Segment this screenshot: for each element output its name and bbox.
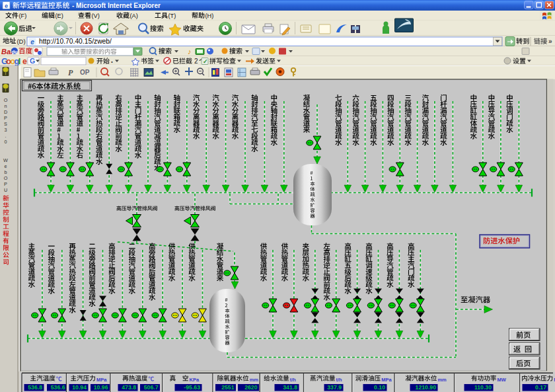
svg-text:e: e — [5, 3, 8, 9]
svg-text:10.96: 10.96 — [94, 384, 108, 391]
svg-text:U: U — [4, 187, 7, 193]
svg-text:e: e — [5, 163, 7, 169]
svg-text:»: » — [548, 38, 552, 45]
svg-text:W: W — [3, 157, 8, 163]
svg-text:2620: 2620 — [244, 384, 257, 391]
svg-text:- Microsoft Internet Explorer: - Microsoft Internet Explorer — [72, 2, 161, 9]
svg-text:(H): (H) — [205, 13, 214, 19]
svg-text:•: • — [111, 59, 113, 65]
svg-text:e: e — [22, 57, 27, 66]
svg-text:MPa: MPa — [96, 377, 107, 383]
svg-text:(F): (F) — [19, 13, 27, 19]
svg-text:(A): (A) — [130, 13, 138, 19]
svg-text:S: S — [4, 121, 7, 127]
svg-text:b: b — [5, 169, 7, 175]
svg-text:536.8: 536.8 — [28, 384, 42, 391]
svg-text:OP: OP — [80, 69, 90, 76]
svg-text:P: P — [4, 181, 7, 187]
svg-text:t/h: t/h — [290, 377, 297, 383]
svg-text:✓: ✓ — [203, 58, 208, 65]
svg-text:P: P — [4, 115, 7, 121]
svg-text:l: l — [18, 57, 20, 66]
svg-text:0.10: 0.10 — [374, 384, 385, 391]
svg-text:t/h: t/h — [336, 377, 343, 383]
svg-text:0.17: 0.17 — [535, 384, 546, 391]
svg-text:mm: mm — [250, 377, 259, 383]
svg-text:.: . — [5, 133, 7, 139]
svg-text:http://10.70.40.15/zweb/: http://10.70.40.15/zweb/ — [39, 38, 112, 45]
svg-text:-95.63: -95.63 — [184, 384, 200, 391]
svg-text:(D): (D) — [17, 38, 25, 45]
svg-text:2551: 2551 — [221, 384, 234, 391]
svg-text:du: du — [11, 49, 18, 55]
svg-text:341.8: 341.8 — [283, 384, 297, 391]
svg-text:MW: MW — [497, 377, 506, 383]
svg-text:10.94: 10.94 — [72, 384, 87, 391]
svg-text:536.6: 536.6 — [51, 384, 65, 391]
svg-text:110.30: 110.30 — [474, 384, 492, 391]
svg-text:G: G — [30, 57, 35, 65]
svg-text:O: O — [4, 97, 8, 103]
svg-text:KPa: KPa — [190, 377, 200, 383]
svg-text:(E): (E) — [56, 13, 63, 19]
svg-text:D: D — [4, 109, 7, 115]
svg-text:3: 3 — [5, 127, 7, 133]
svg-text:n: n — [5, 103, 7, 109]
svg-text:O: O — [4, 175, 8, 181]
svg-text:506.7: 506.7 — [144, 384, 159, 391]
svg-text:1210.90: 1210.90 — [416, 384, 437, 391]
svg-text:(T): (T) — [168, 13, 176, 19]
svg-text:337.9: 337.9 — [327, 384, 342, 391]
svg-text:2: 2 — [194, 58, 198, 65]
svg-text:P: P — [68, 68, 73, 77]
svg-text:473.8: 473.8 — [122, 384, 136, 391]
svg-text:mm: mm — [437, 377, 447, 383]
svg-text:♪: ♪ — [188, 48, 192, 56]
svg-text:(V): (V) — [92, 13, 100, 19]
svg-text:MPa: MPa — [381, 377, 392, 383]
svg-text:0: 0 — [5, 139, 7, 145]
svg-text:e: e — [30, 38, 34, 46]
